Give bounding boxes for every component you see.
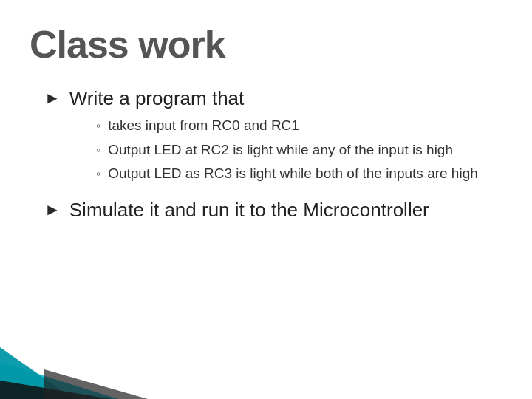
sub-bullet-icon: ◦ bbox=[96, 117, 100, 135]
sub-item-2: Output LED at RC2 is light while any of … bbox=[108, 140, 453, 160]
slide-content: ► Write a program that ◦ takes input fro… bbox=[30, 87, 502, 222]
bullet-item-1: ► Write a program that ◦ takes input fro… bbox=[44, 87, 502, 188]
bullet-icon-1: ► bbox=[44, 89, 61, 108]
list-item: ◦ Output LED at RC2 is light while any o… bbox=[96, 140, 478, 160]
bullet-1-text: Write a program that bbox=[69, 87, 245, 109]
sub-item-3: Output LED as RC3 is light while both of… bbox=[108, 164, 478, 184]
bullet-item-2: ► Simulate it and run it to the Microcon… bbox=[44, 199, 502, 222]
svg-marker-3 bbox=[44, 369, 148, 399]
sub-bullet-icon: ◦ bbox=[96, 165, 100, 183]
slide: Class work ► Write a program that ◦ take… bbox=[0, 0, 532, 399]
bottom-decoration bbox=[0, 340, 532, 399]
list-item: ◦ Output LED as RC3 is light while both … bbox=[96, 164, 478, 184]
list-item: ◦ takes input from RC0 and RC1 bbox=[96, 116, 478, 136]
slide-title: Class work bbox=[30, 22, 502, 66]
bullet-2-text: Simulate it and run it to the Microcontr… bbox=[69, 199, 429, 222]
sub-item-1: takes input from RC0 and RC1 bbox=[108, 116, 299, 136]
bullet-icon-2: ► bbox=[44, 200, 61, 219]
bullet-1-container: Write a program that ◦ takes input from … bbox=[69, 87, 478, 188]
sub-bullet-icon: ◦ bbox=[96, 141, 100, 160]
sub-list-1: ◦ takes input from RC0 and RC1 ◦ Output … bbox=[96, 116, 478, 184]
